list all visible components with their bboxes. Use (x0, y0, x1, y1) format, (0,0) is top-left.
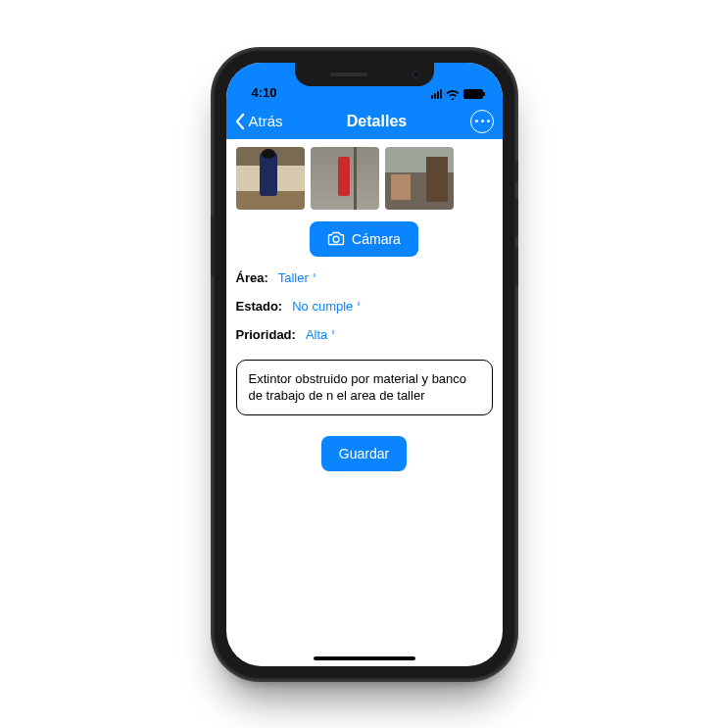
prioridad-select[interactable]: Alta ˄˅ (306, 327, 335, 342)
home-indicator[interactable] (314, 656, 415, 660)
status-icons (431, 89, 483, 100)
volume-up (514, 198, 518, 237)
camera-button-label: Cámara (352, 231, 401, 247)
wifi-icon (446, 89, 460, 100)
area-field: Área: Taller ˄˅ (236, 270, 493, 285)
content: Cámara Área: Taller ˄˅ Estado: No cumple… (226, 139, 503, 479)
page-title: Detalles (347, 113, 407, 130)
area-select[interactable]: Taller ˄˅ (278, 270, 316, 285)
nav-bar: Atrás Detalles (226, 104, 503, 139)
more-button[interactable] (470, 110, 494, 133)
thumbnail-1[interactable] (236, 147, 305, 210)
signal-icon (431, 89, 442, 99)
notes-input[interactable] (236, 360, 493, 415)
estado-field: Estado: No cumple ˄˅ (236, 299, 493, 314)
power-button (211, 216, 215, 276)
estado-label: Estado: (236, 299, 283, 314)
svg-point-0 (333, 236, 339, 242)
prioridad-label: Prioridad: (236, 327, 296, 342)
photo-thumbnails (236, 147, 493, 210)
chevron-left-icon (234, 113, 247, 130)
select-chevron-icon: ˄˅ (313, 273, 316, 282)
prioridad-value: Alta (306, 327, 327, 342)
thumbnail-2[interactable] (311, 147, 379, 210)
phone-frame: 4:10 Atrás Detalles (215, 51, 514, 678)
battery-icon (463, 89, 483, 99)
mute-switch (514, 161, 518, 182)
prioridad-field: Prioridad: Alta ˄˅ (236, 327, 493, 342)
save-button[interactable]: Guardar (321, 436, 407, 471)
area-value: Taller (278, 270, 309, 285)
area-label: Área: (236, 270, 268, 285)
estado-select[interactable]: No cumple ˄˅ (292, 299, 361, 314)
estado-value: No cumple (292, 299, 353, 314)
clock: 4:10 (246, 85, 277, 100)
back-button[interactable]: Atrás (234, 113, 283, 130)
notch (295, 63, 434, 86)
thumbnail-3[interactable] (385, 147, 454, 210)
camera-icon (327, 231, 345, 246)
back-label: Atrás (249, 113, 283, 129)
save-button-label: Guardar (339, 446, 389, 461)
camera-button[interactable]: Cámara (310, 221, 418, 257)
volume-down (514, 247, 518, 286)
select-chevron-icon: ˄˅ (331, 330, 335, 339)
select-chevron-icon: ˄˅ (357, 302, 361, 311)
